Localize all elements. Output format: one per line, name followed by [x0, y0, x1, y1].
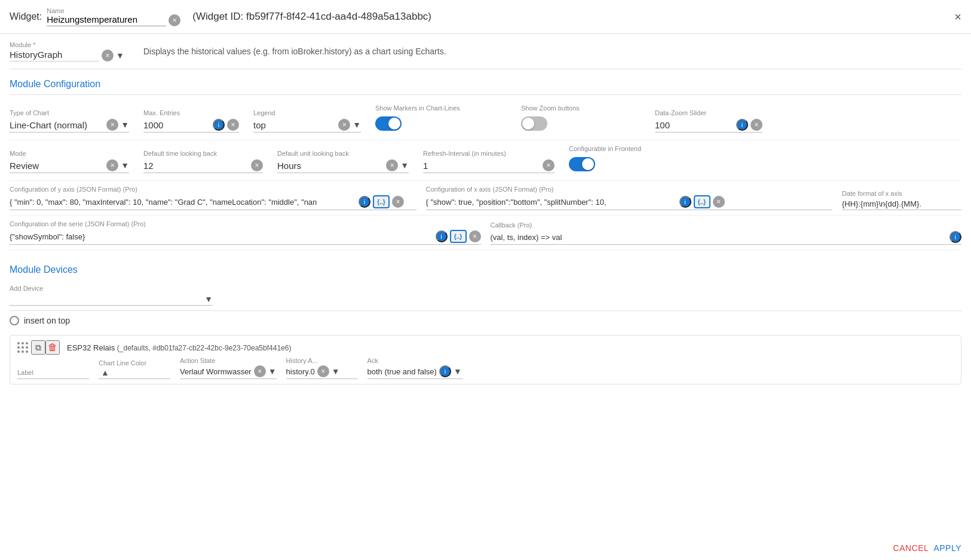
date-format-label: Date format of x axis — [842, 190, 961, 197]
clear-module-button[interactable]: × — [102, 50, 114, 61]
max-entries-info-button[interactable]: i — [213, 119, 225, 131]
data-zoom-slider-value-row: 100 i × — [655, 119, 762, 133]
clear-refresh-interval-button[interactable]: × — [543, 159, 555, 171]
default-time-label: Default time looking back — [143, 150, 263, 157]
widget-label: Widget: — [10, 11, 42, 22]
configurable-frontend-toggle-wrap — [569, 155, 688, 173]
ack-info-button[interactable]: i — [439, 365, 451, 377]
clear-action-state-button[interactable]: × — [254, 365, 266, 377]
widget-id: (Widget ID: fb59f77f-8f42-41cd-aa4d-489a… — [192, 11, 431, 23]
default-unit-dropdown[interactable]: ▼ — [400, 161, 409, 170]
configurable-frontend-thumb — [582, 158, 594, 170]
mode-label: Mode — [10, 150, 129, 157]
legend-value: top — [253, 120, 336, 130]
mode-dropdown[interactable]: ▼ — [121, 161, 129, 170]
mode-field: Mode Review × ▼ — [10, 150, 129, 176]
device-history-value-row: history.0 × ▼ — [286, 365, 358, 379]
add-device-dropdown[interactable]: ▼ — [204, 294, 213, 304]
date-format-field: Date format of x axis {HH}:{mm}\n{dd}.{M… — [842, 190, 961, 210]
action-state-dropdown[interactable]: ▼ — [268, 367, 277, 376]
configurable-frontend-track — [569, 157, 595, 171]
page-header: Widget: Name × (Widget ID: fb59f77f-8f42… — [0, 0, 971, 34]
device-chart-color-value-row: ▲ — [99, 368, 170, 379]
x-axis-json-button[interactable]: {..} — [694, 195, 710, 208]
drag-handle-icon[interactable] — [17, 342, 29, 353]
clear-legend-button[interactable]: × — [338, 119, 350, 131]
max-entries-label: Max. Entries — [143, 109, 239, 116]
serie-config-value: {"showSymbol": false} — [10, 232, 433, 241]
module-value: HistoryGraph — [10, 50, 99, 61]
show-markers-toggle[interactable] — [375, 116, 402, 131]
device-fields-row: Label Chart Line Color ▲ Action State — [17, 357, 954, 379]
device-ack-value-row: both (true and false) i ▼ — [367, 365, 463, 379]
clear-widget-name-button[interactable]: × — [169, 14, 180, 26]
clear-y-axis-button[interactable]: × — [392, 196, 404, 208]
data-zoom-info-button[interactable]: i — [736, 119, 748, 131]
configurable-frontend-label: Configurable in Frontend — [569, 145, 688, 152]
serie-config-info-button[interactable]: i — [436, 230, 448, 242]
refresh-interval-field: Refresh-Interval (in minutes) 1 × — [423, 150, 555, 176]
y-axis-json-button[interactable]: {..} — [373, 195, 390, 208]
device-label-value-row — [17, 377, 89, 379]
clear-icon: × — [173, 16, 177, 24]
clear-mode-button[interactable]: × — [106, 159, 118, 171]
clear-type-of-chart-button[interactable]: × — [106, 119, 118, 131]
callback-value: (val, ts, index) => val — [491, 233, 948, 242]
serie-config-value-row: {"showSymbol": false} i {..} × — [10, 230, 481, 245]
clear-default-time-button[interactable]: × — [251, 159, 263, 171]
data-zoom-slider-value: 100 — [655, 120, 734, 130]
chart-color-dropdown[interactable]: ▲ — [101, 368, 109, 377]
data-zoom-slider-label: Data-Zoom Slider — [655, 109, 762, 116]
configurable-frontend-toggle[interactable] — [569, 157, 595, 171]
device-action-state-field: Action State Verlauf Wormwasser × ▼ — [180, 357, 277, 379]
module-devices-title: Module Devices — [10, 255, 961, 280]
clear-default-unit-button[interactable]: × — [386, 159, 398, 171]
clear-max-entries-button[interactable]: × — [227, 119, 239, 131]
clear-history-button[interactable]: × — [317, 365, 329, 377]
clear-serie-config-button[interactable]: × — [469, 230, 481, 242]
history-dropdown[interactable]: ▼ — [332, 367, 340, 376]
module-config-title: Module Configuration — [10, 69, 961, 94]
module-value-row: HistoryGraph × ▼ — [10, 50, 129, 61]
show-markers-label: Show Markers in Chart-Lines — [375, 104, 507, 112]
y-axis-value: { "min": 0, "max": 80, "maxInterval": 10… — [10, 198, 356, 207]
refresh-interval-label: Refresh-Interval (in minutes) — [423, 150, 555, 157]
show-zoom-toggle[interactable] — [521, 116, 547, 131]
copy-device-button[interactable]: ⧉ — [31, 340, 45, 355]
devices-section: Module Devices Add Device ▼ insert on to… — [10, 255, 961, 384]
y-axis-info-button[interactable]: i — [359, 196, 370, 208]
device-history-field: History A... history.0 × ▼ — [286, 357, 358, 379]
main-content: Module * HistoryGraph × ▼ Displays the h… — [0, 34, 971, 430]
show-markers-toggle-wrap — [375, 114, 507, 133]
device-action-state-value: Verlauf Wormwasser — [180, 367, 252, 376]
show-zoom-label: Show Zoom buttons — [521, 104, 641, 112]
close-button[interactable]: × — [954, 10, 961, 24]
module-description: Displays the historical values (e.g. fro… — [143, 47, 446, 56]
close-icon: × — [954, 10, 961, 23]
delete-device-button[interactable]: 🗑 — [45, 340, 60, 355]
widget-name-input[interactable] — [47, 14, 166, 26]
device-action-state-label: Action State — [180, 357, 277, 364]
type-of-chart-dropdown[interactable]: ▼ — [121, 120, 129, 130]
device-ack-field: Ack both (true and false) i ▼ — [367, 357, 463, 379]
refresh-interval-value: 1 — [423, 161, 540, 171]
show-zoom-thumb — [522, 118, 534, 130]
clear-data-zoom-button[interactable]: × — [751, 119, 762, 131]
legend-dropdown[interactable]: ▼ — [353, 120, 361, 130]
module-dropdown-arrow[interactable]: ▼ — [116, 51, 124, 60]
callback-info-button[interactable]: i — [949, 231, 961, 243]
device-label-field: Label — [17, 369, 89, 379]
config-row-4: Configuration of the serie (JSON Format)… — [10, 216, 961, 250]
ack-dropdown[interactable]: ▼ — [454, 367, 462, 376]
show-zoom-field: Show Zoom buttons — [521, 104, 641, 135]
y-axis-label: Configuration of y axis (JSON Format) (P… — [10, 186, 416, 193]
serie-config-json-button[interactable]: {..} — [450, 230, 467, 243]
config-row-3: Configuration of y axis (JSON Format) (P… — [10, 181, 961, 216]
mode-value-row: Review × ▼ — [10, 159, 129, 173]
insert-on-top-radio[interactable] — [10, 316, 19, 325]
insert-on-top-row: insert on top — [10, 311, 961, 330]
default-unit-value-row: Hours × ▼ — [277, 159, 409, 173]
clear-x-axis-button[interactable]: × — [713, 196, 725, 208]
x-axis-info-button[interactable]: i — [679, 196, 691, 208]
device-action-state-value-row: Verlauf Wormwasser × ▼ — [180, 365, 277, 379]
